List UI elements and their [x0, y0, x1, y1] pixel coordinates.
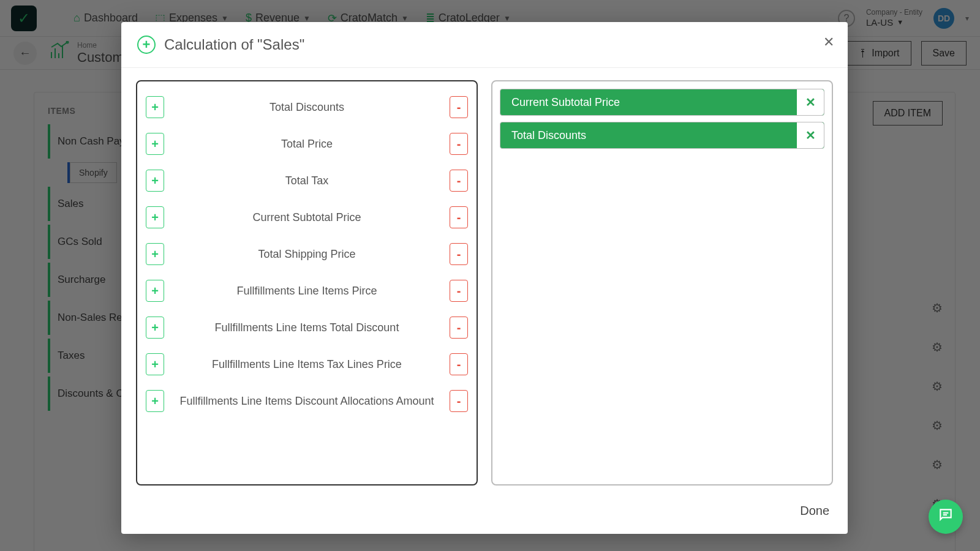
available-label: Current Subtotal Price — [170, 211, 443, 224]
add-field-button[interactable]: + — [146, 133, 164, 155]
available-label: Total Price — [170, 138, 443, 151]
modal-close-button[interactable]: ✕ — [823, 34, 834, 50]
subtract-field-button[interactable]: - — [450, 317, 468, 339]
available-row: +Total Discounts- — [145, 89, 469, 126]
subtract-field-button[interactable]: - — [450, 280, 468, 302]
available-label: Total Discounts — [170, 101, 443, 114]
available-label: Total Shipping Price — [170, 248, 443, 261]
modal-title: Calculation of "Sales" — [164, 36, 304, 53]
add-field-button[interactable]: + — [146, 243, 164, 265]
add-field-button[interactable]: + — [146, 353, 164, 375]
available-row: +Total Shipping Price- — [145, 236, 469, 272]
subtract-field-button[interactable]: - — [450, 353, 468, 375]
subtract-field-button[interactable]: - — [450, 390, 468, 412]
add-field-button[interactable]: + — [146, 390, 164, 412]
subtract-field-button[interactable]: - — [450, 133, 468, 155]
modal-header: + Calculation of "Sales" ✕ — [121, 22, 848, 68]
selected-row: Total Discounts✕ — [500, 122, 824, 149]
available-row: +Fullfillments Line Items Discount Alloc… — [145, 383, 469, 419]
modal-footer: Done — [121, 492, 848, 534]
subtract-field-button[interactable]: - — [450, 170, 468, 192]
available-row: +Fullfillments Line Items Total Discount… — [145, 309, 469, 346]
available-label: Fullfillments Line Items Discount Alloca… — [170, 395, 443, 408]
subtract-field-button[interactable]: - — [450, 206, 468, 228]
calculation-modal: + Calculation of "Sales" ✕ +Total Discou… — [121, 22, 848, 534]
subtract-field-button[interactable]: - — [450, 243, 468, 265]
available-label: Fullfillments Line Items Pirce — [170, 285, 443, 298]
available-panel: +Total Discounts-+Total Price-+Total Tax… — [136, 80, 478, 485]
add-field-button[interactable]: + — [146, 280, 164, 302]
available-row: +Current Subtotal Price- — [145, 199, 469, 236]
selected-row: Current Subtotal Price✕ — [500, 89, 824, 116]
subtract-field-button[interactable]: - — [450, 96, 468, 118]
available-label: Fullfillments Line Items Total Discount — [170, 321, 443, 334]
remove-field-button[interactable]: ✕ — [797, 89, 824, 115]
chat-button[interactable] — [929, 500, 963, 534]
add-field-button[interactable]: + — [146, 170, 164, 192]
add-field-button[interactable]: + — [146, 317, 164, 339]
available-label: Fullfillments Line Items Tax Lines Price — [170, 358, 443, 371]
remove-field-button[interactable]: ✕ — [797, 122, 824, 148]
available-row: +Total Price- — [145, 126, 469, 162]
available-label: Total Tax — [170, 174, 443, 187]
plus-circle-icon: + — [137, 36, 156, 54]
available-row: +Fullfillments Line Items Tax Lines Pric… — [145, 346, 469, 383]
chat-icon — [938, 507, 954, 527]
modal-body: +Total Discounts-+Total Price-+Total Tax… — [121, 68, 848, 492]
done-button[interactable]: Done — [800, 504, 829, 518]
available-row: +Total Tax- — [145, 162, 469, 199]
add-field-button[interactable]: + — [146, 96, 164, 118]
selected-label: Current Subtotal Price — [511, 96, 620, 109]
selected-label: Total Discounts — [511, 129, 586, 142]
available-row: +Fullfillments Line Items Pirce- — [145, 272, 469, 309]
selected-panel: Current Subtotal Price✕Total Discounts✕ — [491, 80, 833, 485]
add-field-button[interactable]: + — [146, 206, 164, 228]
